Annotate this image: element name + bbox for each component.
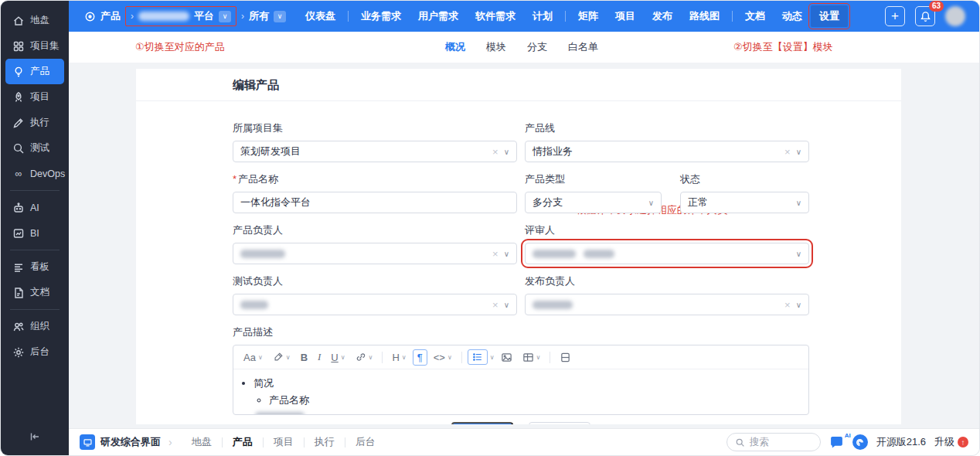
sidebar-item-program[interactable]: 项目集 <box>5 33 64 59</box>
annotation-2: ②切换至【设置】模块 <box>733 40 833 54</box>
product-type-select[interactable]: 多分支 ∨ <box>525 192 662 213</box>
code-button[interactable]: <>∨ <box>430 350 456 365</box>
nav-doc[interactable]: 文档 <box>737 5 774 27</box>
list-button[interactable] <box>468 349 488 365</box>
annotation-1: ①切换至对应的产品 <box>135 40 225 54</box>
chevron-down-icon[interactable]: ∨ <box>504 301 509 309</box>
reviewer-label: 评审人 <box>525 223 809 237</box>
clear-icon[interactable]: × <box>784 146 791 158</box>
product-tabs: 概况 模块 分支 白名单 <box>445 32 598 63</box>
table-button[interactable]: ∨ <box>519 350 545 365</box>
link-button[interactable]: ∨ <box>352 350 377 364</box>
user-avatar[interactable] <box>945 6 965 26</box>
bottom-link-project[interactable]: 项目 <box>264 435 304 449</box>
sidebar-item-home[interactable]: 地盘 <box>5 8 64 33</box>
sidebar-item-ai[interactable]: AI <box>5 195 64 220</box>
sidebar-collapse-icon[interactable] <box>26 427 44 446</box>
test-owner-select[interactable]: × ∨ <box>233 294 517 315</box>
highlight-button[interactable]: ∨ <box>269 350 294 364</box>
bottom-link-execution[interactable]: 执行 <box>305 435 345 449</box>
sidebar-item-project[interactable]: 项目 <box>5 84 64 110</box>
sidebar-item-qa[interactable]: 测试 <box>5 135 64 161</box>
underline-button[interactable]: U∨ <box>327 350 349 365</box>
release-owner-select[interactable]: × ∨ <box>525 294 809 315</box>
nav-project[interactable]: 项目 <box>607 5 644 27</box>
back-button[interactable]: 返回 <box>529 422 590 424</box>
chevron-down-icon[interactable]: ∨ <box>796 199 801 207</box>
sidebar-item-devops[interactable]: ∞ DevOps <box>5 161 64 186</box>
chevron-down-icon[interactable]: ∨ <box>796 148 801 156</box>
bottom-link-home[interactable]: 地盘 <box>182 435 222 449</box>
description-editor[interactable]: Aa∨ ∨ B I U∨ ∨ H∨ ¶ <>∨ ∨ ∨ <box>233 345 809 415</box>
nav-matrix[interactable]: 矩阵 <box>570 5 607 27</box>
nav-roadmap[interactable]: 路线图 <box>681 5 728 27</box>
home-icon <box>12 15 25 27</box>
chevron-down-icon[interactable]: ∨ <box>796 301 801 309</box>
branch-scope[interactable]: 所有 <box>249 9 269 23</box>
nav-user-req[interactable]: 用户需求 <box>410 5 467 27</box>
editor-content[interactable]: 简况 产品名称 <box>233 369 808 414</box>
clear-icon[interactable]: × <box>492 146 499 158</box>
search-input[interactable]: 搜索 <box>726 433 821 451</box>
product-name-input[interactable]: 一体化指令平台 <box>233 192 517 213</box>
ai-chat-button[interactable]: AI <box>829 436 844 449</box>
bottom-right: 搜索 AI 开源版21.6 升级 ↑ <box>726 433 968 451</box>
sidebar-item-product[interactable]: 产品 <box>5 59 64 84</box>
nav-software-req[interactable]: 软件需求 <box>467 5 524 27</box>
nav-dynamic[interactable]: 动态 <box>774 5 811 27</box>
clear-icon[interactable]: × <box>492 299 499 311</box>
upgrade-button[interactable]: 升级 ↑ <box>934 435 968 449</box>
notification-button[interactable]: 63 <box>915 6 935 26</box>
block-panel-button[interactable] <box>556 350 575 365</box>
italic-button[interactable]: I <box>314 349 325 365</box>
product-line-select[interactable]: 情指业务 × ∨ <box>525 141 809 162</box>
sidebar-item-label: 看板 <box>30 260 49 274</box>
tab-branch[interactable]: 分支 <box>527 40 547 54</box>
bottom-link-admin[interactable]: 后台 <box>345 435 386 449</box>
create-button[interactable]: + <box>885 6 905 26</box>
tab-whitelist[interactable]: 白名单 <box>568 40 598 54</box>
bottom-link-product[interactable]: 产品 <box>223 435 263 449</box>
sidebar-item-label: 执行 <box>30 116 49 129</box>
nav-plan[interactable]: 计划 <box>524 5 561 27</box>
chevron-down-icon[interactable]: ∨ <box>490 354 495 361</box>
sidebar-item-execution[interactable]: 执行 <box>5 110 64 135</box>
edit-product-card: 编辑产品 ③根据评审要求选择相应的评审人员 所属项目集 策划研发项目 × ∨ <box>136 69 901 424</box>
sidebar-item-org[interactable]: 组织 <box>5 314 64 339</box>
image-button[interactable] <box>497 350 516 365</box>
reviewer-select[interactable]: ∨ <box>525 243 809 264</box>
chevron-down-icon[interactable]: ∨ <box>796 250 801 258</box>
clear-icon[interactable]: × <box>492 248 499 260</box>
sidebar-item-bi[interactable]: BI <box>5 220 64 246</box>
product-owner-select[interactable]: × ∨ <box>233 243 517 264</box>
paragraph-mark-button[interactable]: ¶ <box>413 349 427 366</box>
nav-dashboard[interactable]: 仪表盘 <box>297 5 344 27</box>
bold-button[interactable]: B <box>297 350 311 365</box>
chevron-down-icon[interactable]: ∨ <box>504 148 509 156</box>
clear-icon[interactable]: × <box>784 299 791 311</box>
tab-module[interactable]: 模块 <box>486 40 506 54</box>
workbench-label[interactable]: 研发综合界面 <box>100 435 161 449</box>
tab-overview[interactable]: 概况 <box>445 40 465 54</box>
nav-business-req[interactable]: 业务需求 <box>352 5 410 27</box>
sidebar-item-admin[interactable]: 后台 <box>5 339 64 365</box>
text-style-button[interactable]: Aa∨ <box>240 350 267 365</box>
chevron-down-icon[interactable]: ∨ <box>274 11 286 22</box>
chevron-down-icon[interactable]: ∨ <box>504 250 509 258</box>
plus-icon: + <box>891 9 899 24</box>
save-button[interactable]: 保存 <box>451 422 513 424</box>
heading-button[interactable]: H∨ <box>388 350 410 365</box>
sidebar-item-kanban[interactable]: 看板 <box>5 254 64 280</box>
status-select[interactable]: 正常 ∨ <box>680 192 809 213</box>
sidebar-item-doc[interactable]: 文档 <box>5 280 64 305</box>
robot-icon <box>12 202 25 214</box>
bottom-bar: 研发综合界面 › 地盘 产品 项目 执行 后台 搜索 AI 开源版21.6 升级… <box>69 428 979 455</box>
zentao-logo[interactable] <box>852 434 868 450</box>
chevron-down-icon[interactable]: ∨ <box>219 11 231 22</box>
nav-release[interactable]: 发布 <box>644 5 681 27</box>
chevron-down-icon[interactable]: ∨ <box>648 199 654 207</box>
product-name-suffix[interactable]: 平台 <box>194 9 214 23</box>
workbench-app-icon[interactable] <box>80 434 95 450</box>
program-select[interactable]: 策划研发项目 × ∨ <box>233 141 517 162</box>
nav-settings[interactable]: 设置 <box>811 5 848 27</box>
